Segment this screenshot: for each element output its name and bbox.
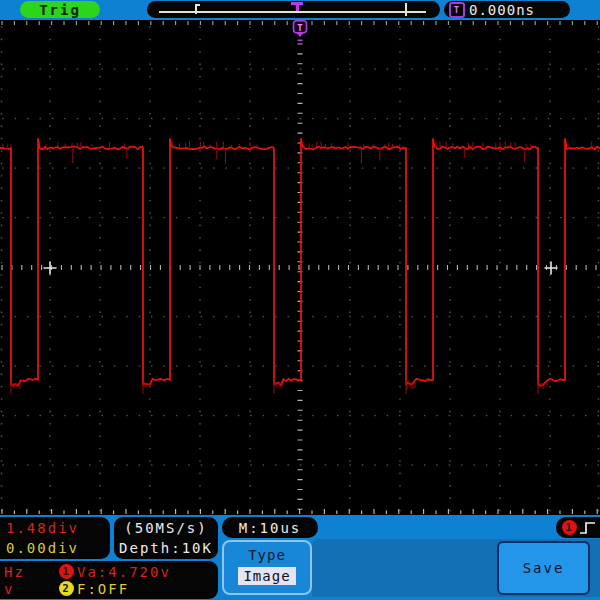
volt-unit-label: v — [4, 581, 56, 597]
top-status-bar: Trig T 0.000ns — [0, 0, 600, 20]
type-label: Type — [224, 547, 310, 563]
svg-text:T: T — [297, 23, 303, 33]
horizontal-offset-readout: 1.48div 0.00div — [0, 517, 110, 559]
channel-2-badge: 2 — [59, 581, 74, 596]
window-left-bracket — [195, 4, 197, 14]
rising-edge-icon — [579, 520, 597, 536]
measurement-row-2: v 2 F:OFF — [4, 580, 218, 597]
trigger-t-icon: T — [449, 2, 465, 18]
channel-1-badge: 1 — [562, 520, 577, 535]
measurement-row-1: Hz 1 Va:4.720v — [4, 563, 218, 580]
oscilloscope-screen: Trig T 0.000ns T 1.48div 0.00div (50MS/s… — [0, 0, 600, 600]
freq-unit-label: Hz — [4, 564, 56, 580]
trigger-time-pill: T 0.000ns — [444, 1, 570, 18]
bottom-status-bar: 1.48div 0.00div (50MS/s) Depth:10K M:10u… — [0, 515, 600, 600]
waveform-display[interactable]: T — [0, 20, 600, 515]
type-menu-button[interactable]: Type Image — [222, 540, 312, 595]
window-right-tick — [405, 3, 407, 16]
record-position-bar — [147, 1, 440, 18]
measurement-box: Hz 1 Va:4.720v v 2 F:OFF — [0, 561, 218, 599]
timebase-readout: M:10us — [222, 517, 318, 538]
trigger-time-value: 0.000ns — [469, 2, 535, 18]
sample-rate: (50MS/s) — [114, 518, 218, 538]
trigger-position-flag-icon — [291, 2, 303, 11]
memory-depth: Depth:10K — [114, 538, 218, 558]
ch1-horizontal-div: 1.48div — [6, 518, 110, 538]
record-line — [159, 11, 426, 13]
acquisition-readout: (50MS/s) Depth:10K — [114, 517, 218, 559]
ch2-measurement-value: F:OFF — [77, 581, 129, 597]
trigger-status-pill: Trig — [20, 1, 100, 18]
graticule-and-waveform: T — [0, 20, 600, 515]
trigger-source-indicator: 1 — [556, 517, 600, 538]
save-button[interactable]: Save — [497, 541, 590, 595]
ch2-horizontal-div: 0.00div — [6, 538, 110, 558]
channel-1-badge: 1 — [59, 564, 74, 579]
type-selected-value: Image — [238, 567, 295, 585]
ch1-measurement-value: Va:4.720v — [77, 564, 171, 580]
trigger-status-label: Trig — [39, 2, 81, 18]
